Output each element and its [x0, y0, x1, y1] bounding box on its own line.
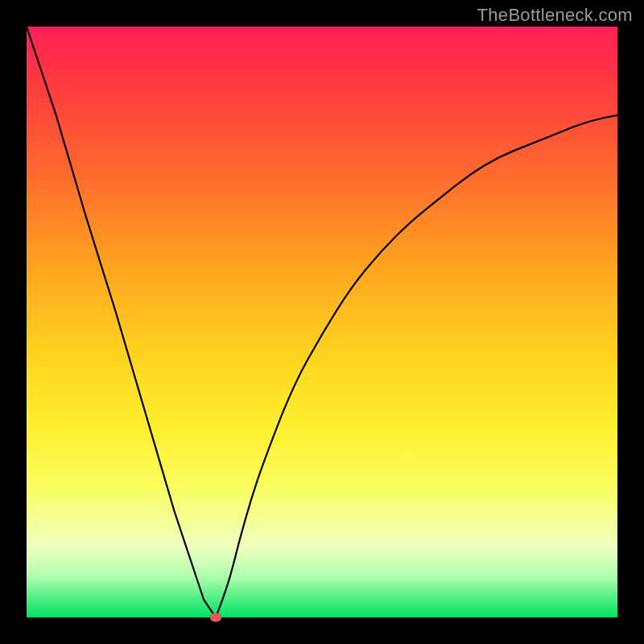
watermark-text: TheBottleneck.com: [477, 5, 633, 26]
curve-left-branch: [27, 27, 216, 617]
chart-curves-svg: [27, 27, 617, 617]
chart-minimum-marker: [210, 613, 221, 622]
chart-plot-area: [27, 27, 617, 617]
curve-right-branch: [216, 115, 617, 617]
